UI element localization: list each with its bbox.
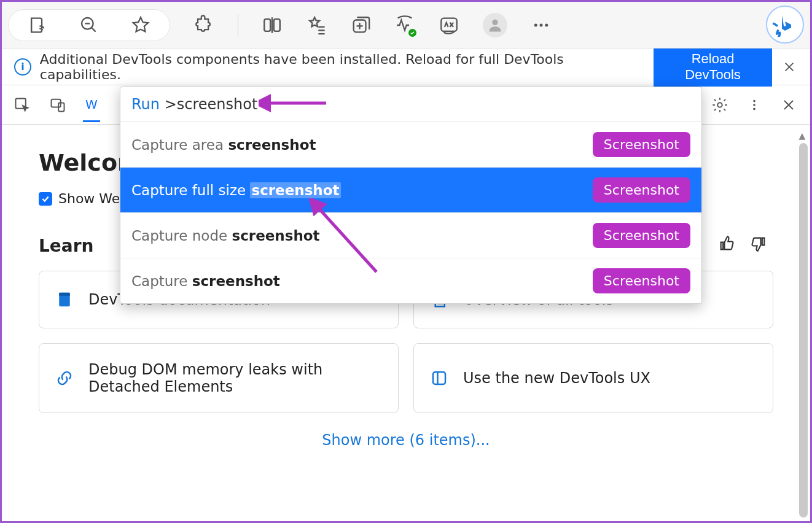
category-badge: Screenshot — [593, 177, 690, 203]
card-debug-dom[interactable]: Debug DOM memory leaks with Detached Ele… — [39, 343, 399, 413]
svg-point-15 — [753, 107, 755, 110]
show-more-link[interactable]: Show more (6 items)... — [39, 432, 773, 449]
thumbs-up-icon[interactable] — [718, 235, 735, 255]
vertical-scrollbar[interactable]: ▲ — [797, 131, 808, 517]
profile-avatar[interactable] — [483, 13, 507, 37]
card-label: Use the new DevTools UX — [463, 370, 650, 387]
read-aloud-icon[interactable] — [27, 15, 48, 36]
devtools-more-icon[interactable] — [744, 95, 765, 115]
svg-rect-17 — [59, 293, 70, 296]
command-item-fullsize[interactable]: Capture full size screenshot Screenshot — [120, 168, 701, 213]
command-menu: Run >screenshot Capture area screenshot … — [120, 87, 702, 304]
svg-point-14 — [753, 104, 755, 106]
svg-rect-18 — [433, 372, 445, 384]
svg-point-13 — [753, 99, 755, 102]
devtools-close-icon[interactable] — [778, 95, 799, 115]
command-query-text: >screenshot — [165, 96, 258, 113]
category-badge: Screenshot — [593, 268, 690, 293]
performance-icon[interactable] — [394, 15, 415, 36]
banner-close-icon[interactable] — [781, 58, 798, 76]
feedback-controls — [718, 235, 767, 255]
command-run-label: Run — [131, 96, 160, 113]
svg-point-12 — [717, 103, 722, 107]
card-new-ux[interactable]: Use the new DevTools UX — [413, 343, 773, 413]
command-item-node[interactable]: Capture node screenshot Screenshot — [120, 213, 701, 258]
thumbs-down-icon[interactable] — [750, 235, 767, 255]
link-icon — [55, 369, 74, 387]
svg-point-6 — [534, 23, 537, 26]
collections-icon[interactable] — [350, 15, 371, 36]
svg-rect-1 — [264, 19, 270, 31]
show-welcome-checkbox[interactable] — [39, 192, 52, 206]
svg-rect-2 — [274, 19, 280, 31]
toolbar-pill-group — [8, 9, 170, 41]
svg-point-5 — [492, 19, 498, 25]
device-emulation-icon[interactable] — [47, 95, 68, 115]
inspect-element-icon[interactable] — [12, 95, 33, 115]
toolbar-separator — [238, 14, 238, 36]
panel-icon — [430, 369, 448, 387]
command-input-row[interactable]: Run >screenshot — [120, 87, 701, 122]
split-screen-icon[interactable] — [262, 15, 283, 36]
math-solver-icon[interactable] — [439, 15, 459, 36]
devtools-info-banner: i Additional DevTools components have be… — [2, 48, 810, 85]
scroll-up-arrow-icon[interactable]: ▲ — [797, 131, 808, 141]
extensions-icon[interactable] — [193, 15, 214, 36]
more-menu-icon[interactable] — [531, 15, 552, 36]
card-label: Debug DOM memory leaks with Detached Ele… — [88, 361, 382, 395]
book-icon — [55, 290, 74, 309]
reload-devtools-button[interactable]: Reload DevTools — [654, 47, 772, 87]
svg-point-7 — [540, 23, 543, 26]
tab-welcome[interactable]: W — [83, 87, 100, 122]
category-badge: Screenshot — [593, 223, 690, 248]
show-welcome-label: Show Wel — [58, 191, 123, 206]
info-icon: i — [14, 58, 31, 76]
settings-gear-icon[interactable] — [709, 95, 730, 115]
favorites-list-icon[interactable] — [306, 15, 327, 36]
svg-point-8 — [545, 23, 548, 26]
command-item-area[interactable]: Capture area screenshot Screenshot — [120, 122, 701, 168]
svg-rect-4 — [441, 18, 457, 31]
command-item-capture[interactable]: Capture screenshot Screenshot — [120, 258, 701, 303]
favorite-star-icon[interactable] — [130, 15, 151, 36]
banner-text: Additional DevTools components have been… — [40, 52, 645, 82]
scrollbar-thumb[interactable] — [799, 143, 808, 517]
category-badge: Screenshot — [593, 132, 690, 157]
browser-toolbar — [2, 2, 810, 48]
bing-chat-icon[interactable] — [766, 6, 804, 44]
zoom-out-icon[interactable] — [79, 15, 100, 36]
